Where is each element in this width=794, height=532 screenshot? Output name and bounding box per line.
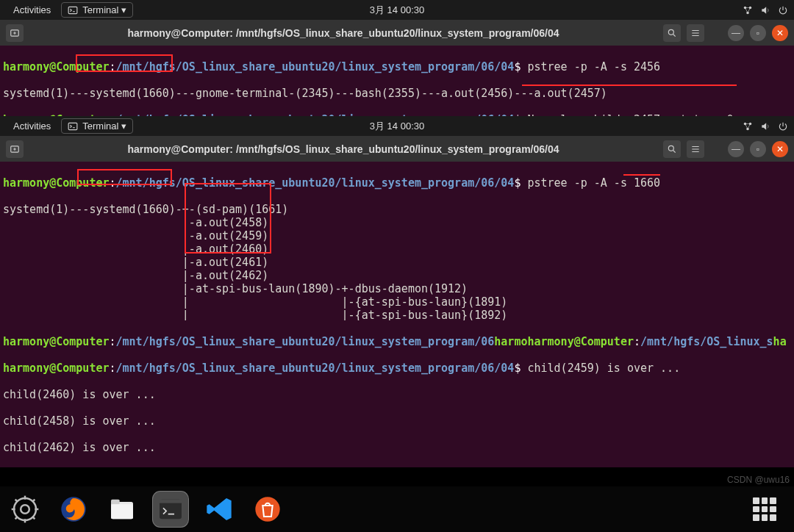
pstree-output-line: systemd(1)---systemd(1660)---gnome-termi…	[3, 87, 791, 100]
top-panel-2: Activities Terminal ▾ 3月 14 00:30	[0, 116, 794, 136]
minimize-button[interactable]: ―	[728, 141, 744, 157]
cmd-pstree-2: pstree -p -A -s 1660	[527, 176, 660, 190]
files-app[interactable]	[104, 492, 140, 527]
watermark: CSDN @uwu16	[727, 475, 790, 485]
firefox-app[interactable]	[56, 492, 91, 527]
firefox-icon	[59, 495, 88, 524]
network-icon[interactable]	[743, 121, 753, 132]
search-button[interactable]	[663, 24, 681, 42]
svg-line-21	[15, 517, 18, 519]
shopping-bag-icon	[253, 495, 282, 524]
terminal-app[interactable]	[153, 492, 188, 527]
power-icon[interactable]	[778, 121, 788, 132]
window-title-2: harmony@Computer: /mnt/hgfs/OS_linux_sha…	[29, 143, 657, 155]
activities-button[interactable]: Activities	[6, 4, 58, 15]
child-over-line: child(2462) is over ...	[3, 441, 791, 454]
hamburger-button[interactable]	[687, 24, 704, 42]
new-tab-button[interactable]	[6, 24, 24, 42]
app-menu[interactable]: Terminal ▾	[61, 2, 133, 18]
show-apps[interactable]	[747, 492, 782, 527]
svg-rect-6	[68, 123, 77, 129]
svg-rect-25	[111, 504, 133, 519]
app-menu[interactable]: Terminal ▾	[61, 118, 133, 134]
sound-icon[interactable]	[760, 5, 770, 15]
settings-app[interactable]	[7, 492, 43, 527]
title-bar-1: harmony@Computer: /mnt/hgfs/OS_linux_sha…	[0, 20, 794, 46]
close-button[interactable]: ✕	[772, 25, 788, 41]
svg-line-18	[15, 500, 18, 502]
svg-rect-0	[68, 7, 77, 13]
pstree-output-line: | |-{at-spi-bus-laun}(1892)	[3, 309, 791, 320]
prompt-path: /mnt/hgfs/OS_linux_share_ubuntu20/linux_…	[116, 60, 515, 73]
title-bar-2: harmony@Computer: /mnt/hgfs/OS_linux_sha…	[0, 136, 794, 162]
highlight-underline-status	[522, 85, 737, 86]
svg-line-19	[32, 517, 35, 519]
power-icon[interactable]	[778, 5, 788, 15]
terminal-icon	[68, 121, 78, 132]
vscode-app[interactable]	[201, 492, 237, 527]
top-panel-1: Activities Terminal ▾ 3月 14 00:30	[0, 0, 794, 20]
pstree-output-line: |-a.out(2459)	[3, 229, 791, 242]
svg-rect-24	[111, 500, 120, 505]
gear-icon	[10, 495, 40, 524]
terminal-body-3[interactable]: harmony@Computer:/mnt/hgfs/OS_linux_shar…	[0, 320, 794, 467]
pstree-output-line: |-a.out(2462)	[3, 269, 791, 282]
grid-icon	[753, 497, 776, 521]
new-tab-button[interactable]	[6, 140, 24, 158]
terminal-icon	[156, 495, 185, 524]
highlight-underline-1660	[623, 174, 660, 176]
minimize-button[interactable]: ―	[728, 25, 744, 41]
pstree-output-line: |-a.out(2461)	[3, 256, 791, 269]
svg-line-20	[32, 500, 35, 502]
terminal-body-1[interactable]: harmony@Computer:/mnt/hgfs/OS_linux_shar…	[0, 46, 794, 116]
sound-icon[interactable]	[760, 121, 770, 132]
clock: 3月 14 00:30	[370, 4, 424, 17]
maximize-button[interactable]: ▫	[750, 141, 766, 157]
hamburger-button[interactable]	[687, 140, 704, 158]
svg-point-13	[21, 505, 29, 514]
pstree-output-line: | |-{at-spi-bus-laun}(1891)	[3, 295, 791, 309]
dock	[0, 486, 794, 532]
activities-button[interactable]: Activities	[6, 121, 58, 132]
svg-rect-27	[160, 500, 182, 503]
window-title-1: harmony@Computer: /mnt/hgfs/OS_linux_sha…	[29, 27, 657, 39]
pstree-output-line: systemd(1)---systemd(1660)-+-(sd-pam)(16…	[3, 203, 791, 216]
maximize-button[interactable]: ▫	[750, 25, 766, 41]
pstree-output-line: |-at-spi-bus-laun(1890)-+-dbus-daemon(19…	[3, 282, 791, 295]
wait-status: Normal - child: 2457, status: 0	[527, 113, 733, 116]
svg-point-5	[668, 29, 673, 35]
terminal-icon	[68, 5, 78, 15]
software-app[interactable]	[250, 492, 285, 527]
svg-point-11	[668, 145, 673, 151]
pstree-output-line: |-a.out(2460)	[3, 242, 791, 256]
child-over-line: child(2460) is over ...	[3, 388, 791, 401]
child-over-line: child(2459) is over ...	[527, 362, 680, 375]
close-button[interactable]: ✕	[772, 141, 788, 157]
cmd-pstree: pstree -p -A -s 2456	[527, 60, 660, 73]
network-icon[interactable]	[743, 5, 753, 15]
folder-icon	[107, 495, 137, 524]
terminal-body-2[interactable]: harmony@Computer:/mnt/hgfs/OS_linux_shar…	[0, 162, 794, 320]
prompt-user: harmony@Computer	[3, 60, 110, 73]
clock: 3月 14 00:30	[370, 120, 424, 133]
svg-point-28	[255, 497, 279, 521]
search-button[interactable]	[663, 140, 681, 158]
pstree-output-line: |-a.out(2458)	[3, 216, 791, 229]
vscode-icon	[204, 495, 234, 524]
app-menu-label: Terminal ▾	[82, 4, 126, 15]
child-over-line: child(2458) is over ...	[3, 414, 791, 428]
